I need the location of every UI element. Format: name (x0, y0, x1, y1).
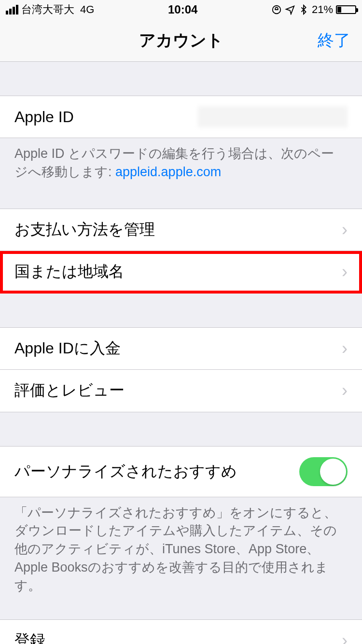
network-label: 4G (80, 3, 94, 16)
add-funds-label: Apple IDに入金 (14, 338, 121, 359)
clock: 10:04 (168, 3, 197, 16)
battery-percent: 21% (312, 3, 333, 16)
apple-id-row[interactable]: Apple ID (0, 96, 362, 138)
done-button[interactable]: 終了 (318, 29, 350, 52)
payment-methods-row[interactable]: お支払い方法を管理 › (0, 209, 362, 251)
location-icon (285, 4, 295, 15)
country-region-label: 国または地域名 (14, 261, 124, 282)
payment-group: お支払い方法を管理 › 国または地域名 › (0, 209, 362, 294)
apple-id-footer: Apple ID とパスワードの編集を行う場合は、次のページへ移動します: ap… (0, 138, 362, 182)
signal-icon (6, 5, 18, 14)
country-region-row[interactable]: 国または地域名 › (0, 251, 362, 294)
chevron-right-icon: › (342, 262, 348, 282)
status-left: 台湾大哥大 4G (6, 2, 94, 17)
apple-id-group: Apple ID (0, 96, 362, 138)
apple-id-label: Apple ID (14, 108, 74, 126)
subscriptions-label: 登録 (14, 630, 45, 644)
nav-bar: アカウント 終了 (0, 19, 362, 62)
personalized-group: パーソナライズされたおすすめ (0, 446, 362, 497)
page-title: アカウント (139, 29, 223, 52)
toggle-knob (320, 459, 346, 485)
apple-id-value-redacted (198, 106, 348, 127)
status-right: 21% (271, 3, 356, 16)
personalized-footer: 「パーソナライズされたおすすめ」をオンにすると、ダウンロードしたアイテムや購入し… (0, 497, 362, 595)
personalized-toggle[interactable] (299, 457, 348, 486)
status-bar: 台湾大哥大 4G 10:04 21% (0, 0, 362, 19)
personalized-recommendations-row: パーソナライズされたおすすめ (0, 446, 362, 497)
ratings-reviews-label: 評価とレビュー (14, 380, 125, 401)
subscriptions-row[interactable]: 登録 › (0, 619, 362, 644)
carrier-label: 台湾大哥大 (21, 2, 74, 17)
chevron-right-icon: › (342, 630, 348, 644)
payment-methods-label: お支払い方法を管理 (14, 219, 155, 240)
orientation-lock-icon (271, 4, 282, 15)
apple-id-link[interactable]: appleid.apple.com (115, 165, 221, 179)
battery-icon (336, 5, 356, 14)
funds-group: Apple IDに入金 › 評価とレビュー › (0, 327, 362, 412)
chevron-right-icon: › (342, 338, 348, 359)
ratings-reviews-row[interactable]: 評価とレビュー › (0, 370, 362, 412)
personalized-label: パーソナライズされたおすすめ (14, 461, 237, 482)
chevron-right-icon: › (342, 380, 348, 401)
subscriptions-group: 登録 › (0, 619, 362, 644)
chevron-right-icon: › (342, 220, 348, 240)
bluetooth-icon (298, 4, 309, 15)
add-funds-row[interactable]: Apple IDに入金 › (0, 327, 362, 370)
